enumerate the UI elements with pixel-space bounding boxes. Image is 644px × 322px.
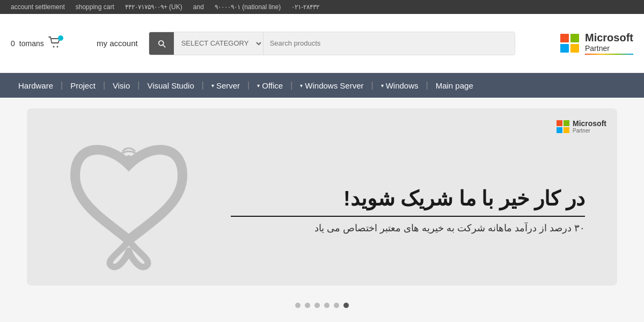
slider-ms-logo <box>557 120 569 133</box>
slider-card: Microsoft Partner در کار خیر با ما ش <box>27 108 617 286</box>
ms-partner-text: Microsoft Partner <box>585 32 633 55</box>
account-settlement-link[interactable]: account settlement <box>11 3 65 11</box>
dot-6[interactable] <box>343 303 349 308</box>
my-account-label[interactable]: my account <box>97 39 138 48</box>
slider-ms-blue <box>557 127 562 133</box>
ms-blue-square <box>560 44 569 53</box>
ms-main-text: Microsoft <box>585 32 633 44</box>
svg-point-1 <box>56 46 58 48</box>
cart-section: 0 tomans <box>11 36 86 50</box>
slider-ms-text: Microsoft Partner <box>573 119 606 134</box>
category-select[interactable]: SELECT CATEGORY <box>174 32 264 55</box>
slider-subtext: ۳۰ درصد از درآمد ماهانه شرکت به خیریه ها… <box>314 222 585 234</box>
navigation: Hardware | Project | Visio | Visual Stud… <box>0 73 644 98</box>
ms-green-square <box>570 34 579 42</box>
ms-logo-grid <box>560 34 580 53</box>
phone-local: ۰۲۱-۲۸۴۳۲ <box>291 3 319 11</box>
slider-content: در کار خیر با ما شریک شوید! ۳۰ درصد از د… <box>231 160 617 234</box>
dot-4[interactable] <box>324 303 330 308</box>
slider-ms-partner: Microsoft Partner <box>557 119 606 134</box>
svg-point-2 <box>126 155 132 162</box>
slider-section: Microsoft Partner در کار خیر با ما ش <box>0 98 644 296</box>
nav-item-server[interactable]: ▾ Server <box>204 73 247 98</box>
slider-headline: در کار خیر با ما شریک شوید! <box>343 187 585 210</box>
nav-item-office[interactable]: ▾ Office <box>250 73 290 98</box>
ms-yellow-square <box>570 44 579 53</box>
nav-item-visio[interactable]: Visio <box>105 73 137 98</box>
dot-1[interactable] <box>295 303 301 308</box>
nav-item-visual-studio[interactable]: Visual Studio <box>140 73 201 98</box>
search-bar: SELECT CATEGORY <box>149 32 515 55</box>
phone-uk: ۴۴۲۰۷۱۷۵۹۰۰۹+ (UK) <box>125 3 182 11</box>
search-input[interactable] <box>264 32 515 55</box>
shopping-cart-link[interactable]: shopping cart <box>76 3 114 11</box>
phone-national: ۹۰۰۰۰۹۰۱ (national line) <box>215 3 281 11</box>
slider-ms-yellow <box>564 127 569 133</box>
header: 0 tomans my account SELECT CATEGORY <box>0 14 644 73</box>
ms-partner-logo: Microsoft Partner <box>526 32 633 55</box>
cart-count: 0 <box>11 39 15 48</box>
top-bar: account settlement shopping cart ۴۴۲۰۷۱۷… <box>0 0 644 14</box>
search-button[interactable] <box>149 32 174 55</box>
nav-item-main-page[interactable]: Main page <box>428 73 481 98</box>
ms-red-square <box>560 34 569 42</box>
dot-2[interactable] <box>305 303 310 308</box>
cart-dot <box>58 35 63 41</box>
nav-item-windows[interactable]: ▾ Windows <box>374 73 426 98</box>
slider-ms-green <box>564 120 569 126</box>
and-text: and <box>193 3 204 11</box>
slider-illustration <box>27 122 231 272</box>
slider-ms-red <box>557 120 562 126</box>
slider-ms-main: Microsoft <box>573 119 606 128</box>
search-icon <box>157 39 166 48</box>
svg-point-3 <box>119 152 122 156</box>
cart-icon-wrap[interactable] <box>48 36 62 50</box>
ms-sub-text: Partner <box>585 44 633 53</box>
dot-5[interactable] <box>334 303 339 308</box>
slider-underline <box>231 216 585 217</box>
heart-ribbon-icon <box>54 122 204 272</box>
slider-ms-sub: Partner <box>573 128 606 134</box>
svg-point-0 <box>53 46 54 48</box>
dot-3[interactable] <box>314 303 320 308</box>
nav-item-windows-server[interactable]: ▾ Windows Server <box>292 73 371 98</box>
ms-underline <box>585 54 633 55</box>
cart-unit: tomans <box>19 39 44 48</box>
slider-dots <box>0 296 644 308</box>
nav-item-project[interactable]: Project <box>63 73 103 98</box>
svg-point-4 <box>135 152 138 156</box>
nav-item-hardware[interactable]: Hardware <box>11 73 61 98</box>
